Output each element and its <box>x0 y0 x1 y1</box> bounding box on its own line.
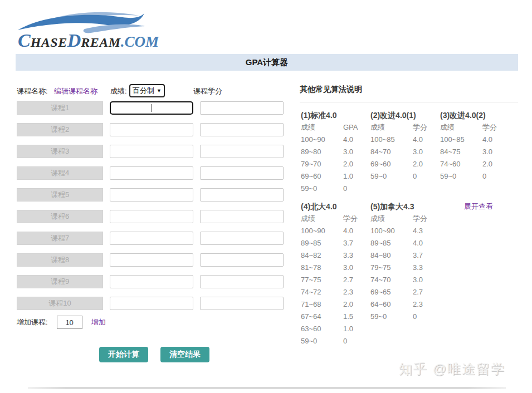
algorithm-table-title: (2)改进4.0(1) <box>370 109 440 121</box>
credit-input[interactable] <box>200 101 284 115</box>
edit-course-names-link[interactable]: 编辑课程名称 <box>54 86 97 96</box>
bottom-divider <box>28 387 506 389</box>
credit-input-wrap <box>200 210 284 223</box>
gpa-calculator-page: CHASEDREAM.COM GPA计算器 课程名称: 编辑课程名称 成绩: 百… <box>0 0 532 393</box>
course-name-button[interactable]: 课程9 <box>17 275 103 288</box>
zhihu-watermark: 知乎 @唯途留学 <box>399 360 505 378</box>
algorithm-table-header: 成绩GPA <box>301 121 370 134</box>
grade-value-cell: 2.7 <box>413 286 440 298</box>
score-col-header: 成绩 <box>301 213 343 225</box>
score-range-cell: 59~0 <box>301 335 343 347</box>
score-range-cell: 69~65 <box>370 286 413 298</box>
algorithm-table-row: 74~722.3 <box>301 286 370 298</box>
course-name-button[interactable]: 课程4 <box>17 166 103 180</box>
form-label-row: 课程名称: 编辑课程名称 成绩: 百分制 ▼ 课程学分 <box>0 84 301 97</box>
score-range-cell: 100~90 <box>370 225 413 237</box>
course-name-label: 课程名称: <box>17 86 48 96</box>
course-row: 课程7 <box>17 232 285 245</box>
course-name-button[interactable]: 课程8 <box>17 253 103 267</box>
grade-value-cell: 4.0 <box>343 134 370 146</box>
credit-input[interactable] <box>200 253 284 267</box>
credit-input[interactable] <box>200 188 284 202</box>
algorithm-table-row: 74~602.0 <box>440 158 510 170</box>
algorithm-table-row: 84~703.0 <box>370 146 440 158</box>
grade-value-cell: 2.0 <box>343 298 370 311</box>
course-name-button[interactable]: 课程3 <box>17 145 103 158</box>
score-input[interactable] <box>110 297 193 310</box>
algorithm-table: (4)北大4.0成绩学分100~904.089~853.784~823.381~… <box>301 200 370 347</box>
course-name-button[interactable]: 课程1 <box>17 101 103 115</box>
action-buttons: 开始计算 清空结果 <box>99 347 209 362</box>
score-input-wrap <box>110 232 193 245</box>
grade-value-cell: 3.7 <box>413 249 440 262</box>
score-range-cell: 67~64 <box>301 311 343 323</box>
score-range-cell: 69~60 <box>301 170 343 183</box>
grade-value-cell: 0 <box>343 183 370 195</box>
value-col-header: 学分 <box>482 121 510 134</box>
course-name-button[interactable]: 课程5 <box>17 188 103 202</box>
score-range-cell: 79~75 <box>370 262 413 274</box>
logo-c: C <box>18 30 31 51</box>
grade-value-cell: 1.0 <box>343 323 370 335</box>
score-input-wrap <box>110 101 193 115</box>
course-name-button[interactable]: 课程7 <box>17 232 103 245</box>
score-input[interactable] <box>110 232 193 245</box>
score-input[interactable] <box>110 188 193 202</box>
score-input[interactable] <box>110 253 193 267</box>
algorithm-table-row: 84~803.7 <box>370 249 440 262</box>
algorithm-table-title: (3)改进4.0(2) <box>440 109 510 121</box>
score-range-cell: 100~85 <box>370 134 413 146</box>
logo-com: .COM <box>121 33 159 50</box>
expand-view-link[interactable]: 展开查看 <box>464 200 493 213</box>
course-row: 课程9 <box>17 275 285 288</box>
grade-value-cell: 0 <box>343 335 370 347</box>
algorithm-table-row: 59~00 <box>370 311 440 323</box>
algorithm-table-row: 81~783.0 <box>301 262 370 274</box>
calculate-button[interactable]: 开始计算 <box>99 347 148 362</box>
algorithm-table-row: 63~601.0 <box>301 323 370 335</box>
grade-value-cell: 2.3 <box>413 298 440 311</box>
grade-value-cell: 4.0 <box>413 237 440 249</box>
algorithm-table-row: 74~703.0 <box>370 274 440 286</box>
score-input[interactable] <box>110 101 193 115</box>
credit-input[interactable] <box>200 166 284 180</box>
grade-value-cell: 3.0 <box>343 146 370 158</box>
credit-input[interactable] <box>200 275 284 288</box>
course-name-button[interactable]: 课程2 <box>17 123 103 136</box>
algorithm-table-row: 59~00 <box>370 170 440 183</box>
credit-input[interactable] <box>200 210 284 223</box>
score-range-cell: 59~0 <box>301 183 343 195</box>
score-col-header: 成绩 <box>440 121 482 134</box>
score-range-cell: 81~78 <box>301 262 343 274</box>
score-input[interactable] <box>110 166 193 180</box>
course-name-button[interactable]: 课程10 <box>17 297 103 310</box>
algorithm-table: (2)改进4.0(1)成绩学分100~854.084~703.069~602.0… <box>370 109 440 195</box>
add-course-link[interactable]: 增加 <box>91 317 106 327</box>
grade-value-cell: 3.0 <box>413 274 440 286</box>
algorithm-table-row: 69~601.0 <box>301 170 370 183</box>
course-row: 课程1 <box>17 101 285 115</box>
algorithm-table: (1)标准4.0成绩GPA100~904.089~803.079~702.069… <box>301 109 370 195</box>
grade-value-cell: 4.0 <box>413 134 440 146</box>
score-input[interactable] <box>110 123 193 136</box>
score-range-cell: 84~75 <box>440 146 482 158</box>
score-input[interactable] <box>110 275 193 288</box>
score-format-select[interactable]: 百分制 ▼ <box>129 84 165 97</box>
score-input-wrap <box>110 210 193 223</box>
score-col-header: 成绩 <box>370 121 413 134</box>
algorithm-table-row: 69~602.0 <box>370 158 440 170</box>
score-format-value: 百分制 <box>133 86 154 96</box>
score-range-cell: 79~70 <box>301 158 343 170</box>
credit-input[interactable] <box>200 232 284 245</box>
alg-tables-row2: (4)北大4.0成绩学分100~904.089~853.784~823.381~… <box>301 200 440 347</box>
credit-input[interactable] <box>200 145 284 158</box>
score-input[interactable] <box>110 145 193 158</box>
algorithm-table-header: 成绩学分 <box>440 121 510 134</box>
clear-results-button[interactable]: 清空结果 <box>160 347 209 362</box>
add-course-count-input[interactable] <box>57 316 82 329</box>
credit-input[interactable] <box>200 123 284 136</box>
credit-input[interactable] <box>200 297 284 310</box>
score-range-cell: 71~68 <box>301 298 343 311</box>
course-name-button[interactable]: 课程6 <box>17 210 103 223</box>
score-input[interactable] <box>110 210 193 223</box>
